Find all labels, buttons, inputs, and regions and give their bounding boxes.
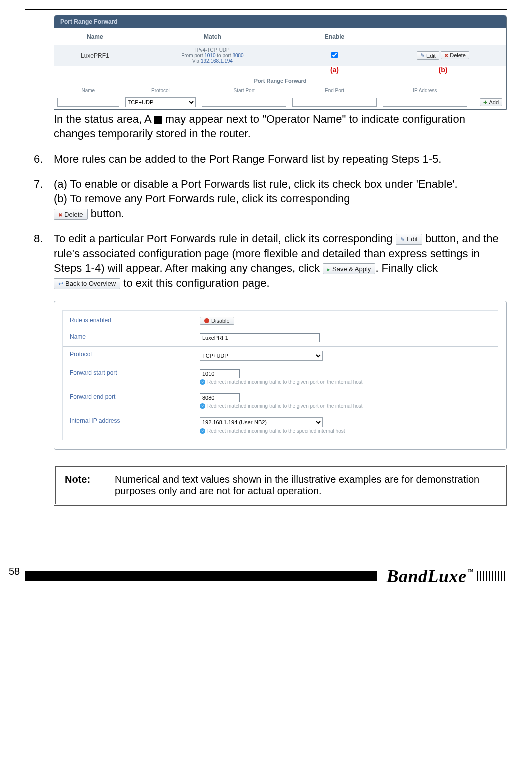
match-line1: IPv4-TCP, UDP — [139, 48, 286, 53]
info-icon: ? — [200, 428, 206, 434]
list-item-7: 7. (a) To enable or disable a Port Forwa… — [34, 177, 507, 222]
footer-stripes — [477, 572, 507, 582]
hint-ip: ?Redirect matched incoming traffic to th… — [200, 428, 491, 434]
start-port-input[interactable] — [202, 98, 286, 107]
info-icon: ? — [200, 380, 206, 385]
li8-t4: to exit this configuration page. — [124, 277, 270, 290]
note-text: Numerical and text values shown in the i… — [115, 474, 496, 497]
end-port-input[interactable] — [292, 98, 377, 107]
note-label: Note: — [65, 474, 101, 497]
col-match: Match — [136, 28, 290, 46]
rule-detail-panel: Rule is enabled Disable Name Protocol TC… — [54, 301, 507, 450]
black-square-icon — [154, 116, 162, 124]
name-input[interactable] — [58, 98, 120, 107]
li8-save-label: Save & Apply — [332, 265, 371, 274]
hint-end-text: Redirect matched incoming traffic to the… — [208, 404, 363, 409]
delete-label: Delete — [450, 52, 466, 58]
li7-num: 7. — [34, 177, 49, 222]
col-name: Name — [54, 28, 136, 46]
start-port-input-detail[interactable] — [200, 370, 240, 378]
row-end: Forward end port ?Redirect matched incom… — [63, 390, 498, 414]
footer-bar — [25, 572, 378, 582]
li8-t3: . Finally click — [376, 262, 438, 274]
lbl-ip-d: Internal IP address — [70, 418, 200, 424]
annotation-a: (a) — [290, 66, 380, 74]
lbl-start: Start Port — [199, 86, 290, 96]
annotation-b: (b) — [380, 66, 506, 74]
enable-checkbox[interactable] — [332, 52, 338, 58]
lbl-protocol: Protocol — [122, 86, 200, 96]
edit-label: Edit — [426, 53, 436, 59]
col-actions — [380, 28, 506, 46]
page-top-rule — [25, 9, 507, 10]
rule-enable-cell — [290, 46, 380, 66]
li7-b-post: button. — [91, 208, 124, 220]
add-section-title: Port Range Forward — [54, 74, 506, 86]
red-dot-icon — [204, 318, 210, 324]
rule-match: IPv4-TCP, UDP From port 1010 to port 808… — [136, 46, 290, 66]
rule-name: LuxePRF1 — [54, 46, 136, 66]
match-from-pre: From port — [182, 53, 204, 58]
match-port-1: 1010 — [204, 53, 216, 58]
brand-logo: BandLuxe ™ — [386, 566, 474, 587]
add-rule-form: Name Protocol Start Port End Port IP Add… — [54, 86, 506, 110]
lbl-start-d: Forward start port — [70, 370, 200, 376]
lbl-rule-enabled: Rule is enabled — [70, 317, 200, 324]
hint-end: ?Redirect matched incoming traffic to th… — [200, 404, 491, 409]
col-enable: Enable — [290, 28, 380, 46]
status-sentence: In the status area, A may appear next to… — [54, 112, 507, 141]
status-text-1: In the status area, A — [54, 113, 154, 126]
ip-select-detail[interactable]: 192.168.1.194 (User-NB2) — [200, 418, 323, 428]
ip-address-input[interactable] — [383, 98, 468, 107]
x-icon — [58, 210, 62, 220]
row-ip: Internal IP address 192.168.1.194 (User-… — [63, 414, 498, 438]
match-via-pre: Via — [192, 58, 201, 64]
li7-b-pre: (b) To remove any Port Forwards rule, cl… — [54, 192, 350, 205]
li8-back-label: Back to Overview — [66, 280, 116, 288]
name-input-detail[interactable] — [200, 334, 320, 342]
disable-label: Disable — [212, 318, 230, 324]
info-icon: ? — [200, 404, 206, 409]
prf-rules-table: Name Match Enable LuxePRF1 IPv4-TCP, UDP… — [54, 28, 506, 74]
lbl-ip: IP Address — [380, 86, 470, 96]
hint-ip-text: Redirect matched incoming traffic to the… — [208, 428, 346, 434]
lbl-end: End Port — [290, 86, 380, 96]
page-number: 58 — [9, 566, 20, 578]
delete-button[interactable]: Delete — [441, 52, 470, 60]
x-icon — [444, 52, 448, 58]
trademark-icon: ™ — [468, 568, 474, 576]
pencil-icon — [400, 235, 405, 244]
hint-start-text: Redirect matched incoming traffic to the… — [208, 380, 363, 385]
port-range-forward-panel: Port Range Forward Name Match Enable Lux… — [54, 15, 507, 110]
list-item-8: 8. To edit a particular Port Forwards ru… — [34, 232, 507, 291]
match-mid: to port — [216, 53, 233, 58]
li8-t1: To edit a particular Port Forwards rule … — [54, 232, 396, 245]
panel-title: Port Range Forward — [54, 16, 506, 28]
delete-button-inline[interactable]: Delete — [54, 209, 88, 220]
li8-body: To edit a particular Port Forwards rule … — [54, 232, 507, 291]
back-overview-button-inline[interactable]: Back to Overview — [54, 278, 120, 290]
save-apply-button-inline[interactable]: Save & Apply — [323, 264, 376, 274]
match-line3: Via 192.168.1.194 — [139, 58, 286, 64]
table-row: LuxePRF1 IPv4-TCP, UDP From port 1010 to… — [54, 46, 506, 66]
disable-button[interactable]: Disable — [200, 317, 234, 325]
match-line2: From port 1010 to port 8080 — [139, 53, 286, 58]
protocol-select[interactable]: TCP+UDP — [126, 98, 196, 108]
match-port-2: 8080 — [232, 53, 244, 58]
edit-button-inline[interactable]: Edit — [396, 234, 422, 245]
lbl-protocol-d: Protocol — [70, 351, 200, 358]
add-button[interactable]: Add — [480, 98, 502, 106]
row-enabled: Rule is enabled Disable — [63, 313, 498, 330]
page-footer: 58 BandLuxe ™ — [25, 566, 507, 587]
brand-text: BandLuxe — [386, 566, 466, 587]
list-item-6: 6. More rules can be added to the Port R… — [34, 152, 507, 167]
row-start: Forward start port ?Redirect matched inc… — [63, 366, 498, 390]
hint-start: ?Redirect matched incoming traffic to th… — [200, 380, 491, 385]
edit-button[interactable]: Edit — [417, 52, 440, 60]
end-port-input-detail[interactable] — [200, 394, 240, 402]
li8-edit-label: Edit — [407, 235, 418, 244]
lbl-name-d: Name — [70, 334, 200, 340]
protocol-select-detail[interactable]: TCP+UDP — [200, 351, 323, 361]
add-icon — [484, 100, 488, 106]
note-box: Note: Numerical and text values shown in… — [54, 465, 507, 506]
